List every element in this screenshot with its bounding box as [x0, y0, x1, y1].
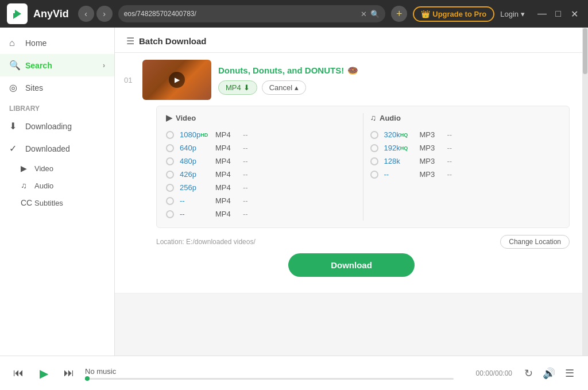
batch-icon: ☰	[126, 36, 134, 47]
close-address-icon[interactable]: ✕	[361, 10, 367, 18]
size-auto1: --	[243, 196, 260, 205]
video-opt-640p[interactable]: 640p MP4 --	[166, 141, 356, 155]
fmt-192k: MP3	[420, 144, 442, 152]
sidebar-downloading-label: Downloading	[25, 122, 72, 131]
radio-auto1[interactable]	[166, 197, 174, 205]
video-opt-auto2[interactable]: -- MP4 --	[166, 207, 356, 221]
login-button[interactable]: Login ▾	[500, 10, 525, 18]
video-thumbnail[interactable]: ▶	[142, 60, 211, 100]
video-opt-1080p[interactable]: 1080pHD MP4 --	[166, 128, 356, 141]
home-icon: ⌂	[9, 38, 20, 48]
size-192k: --	[447, 144, 465, 152]
app-logo	[7, 3, 28, 24]
radio-640p[interactable]	[166, 144, 174, 152]
radio-audio-auto[interactable]	[370, 171, 378, 179]
options-columns: ▶ Video 1080pHD MP4 -- 640p MP4	[166, 113, 560, 221]
audio-col-header: ♫ Audio	[370, 113, 560, 122]
playlist-button[interactable]: ☰	[560, 364, 579, 383]
chevron-right-icon: ›	[103, 61, 105, 69]
progress-dot	[85, 376, 90, 381]
sidebar-item-downloaded[interactable]: ✓ Downloaded	[0, 137, 114, 160]
audio-col-label: Audio	[380, 114, 401, 122]
play-pause-button[interactable]: ▶	[34, 364, 53, 383]
size-128k: --	[447, 157, 465, 165]
donut-emoji: 🍩	[347, 65, 358, 76]
volume-button[interactable]: 🔊	[540, 364, 558, 383]
player-right-controls: ↻ 🔊 ☰	[519, 364, 579, 383]
options-panel: ▶ Video 1080pHD MP4 -- 640p MP4	[156, 106, 570, 228]
upgrade-icon: 👑	[421, 10, 430, 18]
res-640p: 640p	[180, 144, 210, 152]
prev-button[interactable]: ⏮	[9, 364, 28, 383]
location-bar: Location: E:/downloaded videos/ Change L…	[156, 235, 570, 249]
upgrade-button[interactable]: 👑 Upgrade to Pro	[413, 6, 494, 22]
video-col-icon: ▶	[166, 113, 172, 122]
sidebar-item-sites[interactable]: ◎ Sites	[0, 76, 114, 99]
sidebar-item-video[interactable]: ▶ Video	[0, 160, 114, 177]
radio-1080p[interactable]	[166, 131, 174, 139]
sidebar-item-search[interactable]: 🔍 Search ›	[0, 54, 114, 76]
close-button[interactable]: ✕	[567, 7, 581, 21]
video-opt-480p[interactable]: 480p MP4 --	[166, 155, 356, 168]
video-info: Donuts, Donuts, and DONUTS! 🍩 MP4 ⬇ Canc…	[218, 65, 579, 95]
player-progress-bar[interactable]	[85, 378, 454, 380]
sidebar-item-downloading[interactable]: ⬇ Downloading	[0, 115, 114, 137]
audio-opt-192k[interactable]: 192kHQ MP3 --	[370, 141, 560, 155]
sidebar-audio-label: Audio	[34, 182, 53, 190]
forward-button[interactable]: ›	[96, 6, 113, 22]
video-opt-426p[interactable]: 426p MP4 --	[166, 168, 356, 181]
video-opt-auto1[interactable]: -- MP4 --	[166, 194, 356, 207]
format-actions: MP4 ⬇ Cancel ▴	[218, 80, 579, 95]
scroll-thumb[interactable]	[583, 28, 587, 74]
sidebar-subtitles-label: Subtitles	[34, 199, 63, 207]
size-426p: --	[243, 170, 260, 179]
next-button[interactable]: ⏭	[60, 364, 78, 383]
radio-256p[interactable]	[166, 184, 174, 192]
downloading-icon: ⬇	[9, 121, 20, 132]
video-title-text: Donuts, Donuts, and DONUTS!	[218, 65, 344, 75]
size-1080p: --	[243, 130, 260, 139]
size-640p: --	[243, 144, 260, 152]
repeat-button[interactable]: ↻	[519, 364, 537, 383]
chevron-down-icon: ▾	[521, 10, 525, 18]
change-location-button[interactable]: Change Location	[500, 235, 570, 249]
audio-opt-128k[interactable]: 128k MP3 --	[370, 155, 560, 168]
radio-192k[interactable]	[370, 144, 378, 152]
new-tab-button[interactable]: +	[391, 6, 407, 22]
sidebar-item-home[interactable]: ⌂ Home	[0, 32, 114, 54]
sidebar-home-label: Home	[25, 38, 47, 48]
fmt-480p: MP4	[215, 157, 237, 165]
audio-options-col: ♫ Audio 320kHQ MP3 -- 192kHQ MP3	[370, 113, 560, 221]
column-divider	[363, 113, 363, 221]
fmt-auto2: MP4	[215, 210, 237, 218]
sidebar-video-label: Video	[34, 164, 53, 173]
audio-opt-auto[interactable]: -- MP3 --	[370, 168, 560, 181]
fmt-1080p: MP4	[215, 130, 237, 139]
sidebar-downloaded-label: Downloaded	[25, 144, 70, 153]
subtitles-icon: CC	[21, 198, 30, 207]
radio-128k[interactable]	[370, 157, 378, 165]
address-bar[interactable]: eos/748285702400783/ ✕ 🔍	[118, 5, 386, 22]
play-overlay-icon[interactable]: ▶	[169, 72, 185, 88]
download-button[interactable]: Download	[288, 253, 415, 277]
radio-426p[interactable]	[166, 171, 174, 179]
audio-opt-320k[interactable]: 320kHQ MP3 --	[370, 128, 560, 141]
minimize-button[interactable]: —	[535, 7, 549, 21]
radio-auto2[interactable]	[166, 210, 174, 218]
sidebar-item-subtitles[interactable]: CC Subtitles	[0, 194, 114, 211]
video-col-label: Video	[176, 114, 196, 122]
back-button[interactable]: ‹	[78, 6, 94, 22]
player-bar: ⏮ ▶ ⏭ No music 00:00/00:00 ↻ 🔊 ☰	[0, 356, 588, 390]
radio-480p[interactable]	[166, 157, 174, 165]
cancel-button[interactable]: Cancel ▴	[262, 80, 306, 95]
download-label: Download	[331, 260, 372, 270]
mp4-format-button[interactable]: MP4 ⬇	[218, 80, 257, 95]
maximize-button[interactable]: □	[551, 7, 565, 21]
search-address-icon[interactable]: 🔍	[370, 10, 380, 18]
content-area: ☰ Batch Download 01 ▶ Donuts, Donuts, an…	[115, 28, 588, 356]
sidebar-item-audio[interactable]: ♫ Audio	[0, 177, 114, 194]
scrollbar[interactable]	[582, 28, 588, 356]
radio-320k[interactable]	[370, 131, 378, 139]
res-audio-auto: --	[384, 170, 414, 179]
video-opt-256p[interactable]: 256p MP4 --	[166, 181, 356, 194]
